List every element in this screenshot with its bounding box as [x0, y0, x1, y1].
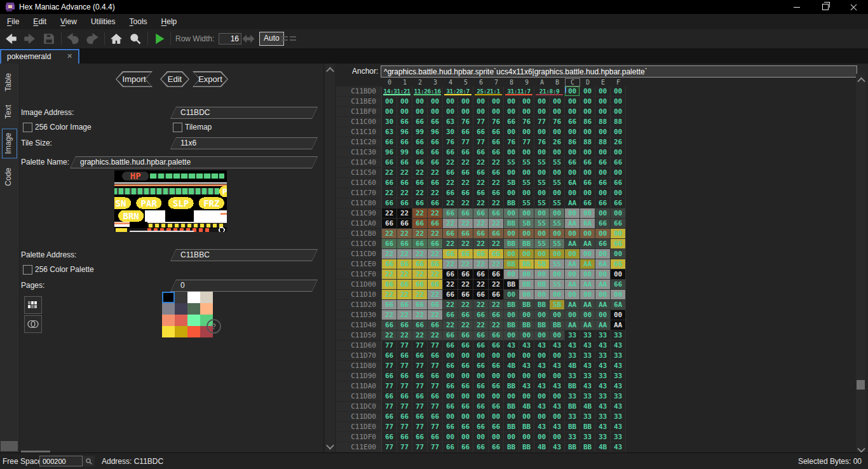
hex-cell[interactable]: 88	[580, 137, 595, 147]
hex-cell[interactable]: 66	[611, 158, 626, 168]
hex-cell[interactable]: 00	[428, 107, 443, 117]
hex-cell[interactable]: 33	[611, 351, 626, 361]
hex-cell[interactable]: 33	[595, 351, 611, 361]
hex-cell[interactable]: 22	[428, 269, 443, 280]
palette-swatch-4[interactable]	[162, 303, 175, 315]
hex-cell[interactable]: 77	[382, 442, 397, 452]
hex-cell[interactable]: 63	[443, 117, 458, 127]
hex-cell[interactable]: 22	[412, 330, 428, 341]
hex-cell[interactable]: 00	[504, 432, 519, 442]
hex-cell[interactable]: 66	[397, 371, 412, 381]
hex-cell[interactable]: 00	[458, 412, 473, 422]
free-space-search-button[interactable]	[83, 456, 95, 466]
export-button[interactable]: Export	[193, 71, 228, 87]
hex-cell[interactable]: 88	[595, 137, 611, 147]
hex-cell[interactable]: 66	[473, 290, 489, 300]
hex-cell[interactable]: 00	[519, 168, 534, 178]
hex-cell[interactable]: 00	[489, 371, 504, 381]
hex-cell[interactable]: 22	[443, 300, 458, 310]
scroll-up-icon[interactable]	[325, 65, 335, 75]
hex-cell[interactable]: 66	[458, 442, 473, 452]
hex-cell[interactable]: 66	[580, 198, 595, 208]
hex-cell[interactable]: 66	[458, 208, 473, 219]
hex-cell[interactable]: BB	[504, 280, 519, 290]
hex-cell[interactable]: 00	[611, 269, 626, 280]
hex-cell[interactable]: AA	[565, 280, 580, 290]
hex-cell[interactable]: 00	[565, 290, 580, 300]
hex-cell[interactable]: 77	[473, 137, 489, 147]
hex-cell[interactable]: 66	[443, 290, 458, 300]
hex-cell[interactable]: 00	[611, 107, 626, 117]
hex-cell[interactable]: 00	[550, 147, 565, 158]
hex-cell[interactable]: 00	[504, 269, 519, 280]
hex-cell[interactable]: BB	[504, 320, 519, 330]
hex-cell[interactable]: 00	[565, 127, 580, 137]
hex-cell[interactable]: 66	[428, 239, 443, 249]
hex-cell[interactable]: 00	[611, 208, 626, 219]
hex-cell[interactable]: 66	[443, 269, 458, 280]
hex-cell[interactable]: 22	[473, 300, 489, 310]
hex-cell[interactable]: BB	[504, 198, 519, 208]
hex-cell[interactable]: 00	[504, 310, 519, 320]
hex-cell[interactable]: 66	[443, 310, 458, 320]
hex-cell[interactable]: 6A	[565, 178, 580, 188]
palette-swatch-5[interactable]	[175, 303, 187, 315]
hex-cell[interactable]: 00	[580, 86, 595, 97]
palette-entry-cell[interactable]: 21:8:9	[534, 86, 565, 97]
hex-cell[interactable]: 22	[428, 290, 443, 300]
hex-cell[interactable]: 77	[428, 442, 443, 452]
hex-cell[interactable]: 00	[519, 107, 534, 117]
hex-cell[interactable]: 00	[595, 107, 611, 117]
hex-cell[interactable]: 66	[458, 330, 473, 341]
hex-cell[interactable]: 33	[565, 412, 580, 422]
hex-cell[interactable]: 96	[382, 147, 397, 158]
hex-cell[interactable]: 00	[534, 269, 550, 280]
hex-cell[interactable]: 00	[443, 97, 458, 107]
hex-cell[interactable]: 66	[428, 137, 443, 147]
hex-cell[interactable]: 66	[458, 381, 473, 391]
hex-cell[interactable]: 33	[565, 351, 580, 361]
hex-cell[interactable]: 66	[458, 127, 473, 137]
hex-cell[interactable]: 00	[534, 310, 550, 320]
hex-cell[interactable]: 66	[412, 391, 428, 402]
hex-cell[interactable]: 00	[550, 351, 565, 361]
hex-cell[interactable]: 66	[473, 422, 489, 432]
hex-cell[interactable]: 00	[534, 249, 550, 259]
hex-cell[interactable]: 66	[382, 351, 397, 361]
hex-cell[interactable]: 00	[504, 391, 519, 402]
hex-cell[interactable]: 66	[489, 208, 504, 219]
hex-cell[interactable]: 00	[565, 269, 580, 280]
hex-cell[interactable]: 77	[519, 137, 534, 147]
hex-cell[interactable]: 22	[489, 198, 504, 208]
hex-cell[interactable]: BB	[565, 422, 580, 432]
hex-cell[interactable]: 77	[534, 117, 550, 127]
hex-cell[interactable]: 77	[397, 402, 412, 412]
hex-cell[interactable]: 00	[504, 371, 519, 381]
hex-cell[interactable]: 66	[382, 259, 397, 269]
palette-entry-cell[interactable]: 31:28:7	[443, 86, 473, 97]
hex-cell[interactable]: 66	[412, 158, 428, 168]
hex-cell[interactable]: 00	[550, 127, 565, 137]
palette-entry-cell[interactable]: 25:21:1	[473, 86, 504, 97]
hex-cell[interactable]: 00	[611, 147, 626, 158]
palette-swatch-13[interactable]	[175, 326, 187, 337]
hex-cell[interactable]: 33	[580, 371, 595, 381]
hex-cell[interactable]: 00	[550, 107, 565, 117]
hex-cell[interactable]: 00	[534, 391, 550, 402]
hex-cell[interactable]: 00	[595, 168, 611, 178]
hex-cell[interactable]: 77	[382, 422, 397, 432]
hex-cell[interactable]: 77	[412, 381, 428, 391]
hex-cell[interactable]: 6A	[611, 300, 626, 310]
hex-cell[interactable]: 43	[580, 361, 595, 371]
hex-cell[interactable]: 66	[412, 300, 428, 310]
hex-cell[interactable]: AA	[580, 259, 595, 269]
hex-cell[interactable]: 22	[382, 249, 397, 259]
hex-cell[interactable]: 66	[428, 198, 443, 208]
hex-cell[interactable]: 00	[412, 107, 428, 117]
hex-cell[interactable]: AA	[565, 239, 580, 249]
hex-cell[interactable]: 22	[412, 249, 428, 259]
hex-cell[interactable]: 22	[458, 239, 473, 249]
hex-cell[interactable]: 00	[519, 391, 534, 402]
hex-cell[interactable]: 43	[534, 341, 550, 351]
hex-cell[interactable]: 00	[412, 97, 428, 107]
